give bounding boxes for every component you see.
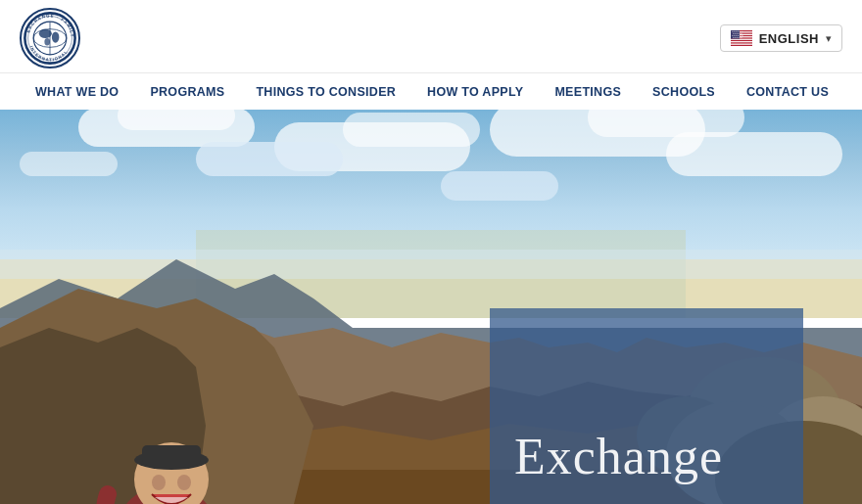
hero-overlay-card: Exchange: [490, 308, 803, 504]
logo-svg: EXCHANGE · FAMILY · INTERNATIONAL: [22, 10, 78, 67]
logo-circle: EXCHANGE · FAMILY · INTERNATIONAL: [20, 8, 80, 69]
logo-area[interactable]: EXCHANGE · FAMILY · INTERNATIONAL: [20, 8, 80, 69]
hero-section: Exchange: [0, 93, 862, 504]
nav-item-meetings[interactable]: MEETINGS: [539, 73, 637, 111]
svg-rect-17: [731, 44, 752, 45]
hero-overlay-text: Exchange: [514, 429, 723, 484]
nav-item-contact-us[interactable]: CONTACT US: [731, 73, 844, 111]
svg-rect-15: [731, 39, 752, 40]
svg-rect-25: [0, 250, 862, 279]
nav-item-how-to-apply[interactable]: HOW TO APPLY: [411, 73, 539, 111]
nav-item-things-to-consider[interactable]: THINGS TO CONSIDER: [240, 73, 411, 111]
header-top: EXCHANGE · FAMILY · INTERNATIONAL: [0, 0, 862, 72]
svg-rect-16: [731, 41, 752, 42]
nav-item-what-we-do[interactable]: WHAT WE DO: [20, 73, 134, 111]
chevron-down-icon: ▾: [826, 32, 832, 45]
us-flag-icon: ★★★★★★ ★★★★★ ★★★★★★ ★★★★★: [731, 30, 752, 46]
navigation-bar: WHAT WE DO PROGRAMS THINGS TO CONSIDER H…: [0, 72, 862, 110]
svg-rect-41: [142, 445, 201, 465]
nav-item-programs[interactable]: PROGRAMS: [134, 73, 240, 111]
site-header: EXCHANGE · FAMILY · INTERNATIONAL: [0, 0, 862, 93]
svg-point-3: [52, 31, 59, 42]
language-selector[interactable]: ★★★★★★ ★★★★★ ★★★★★★ ★★★★★ ENGLISH ▾: [720, 24, 842, 52]
nav-item-schools[interactable]: SCHOOLS: [637, 73, 731, 111]
svg-point-42: [152, 475, 166, 490]
language-label: ENGLISH: [759, 31, 819, 46]
svg-point-4: [44, 38, 50, 45]
svg-point-43: [177, 475, 191, 490]
